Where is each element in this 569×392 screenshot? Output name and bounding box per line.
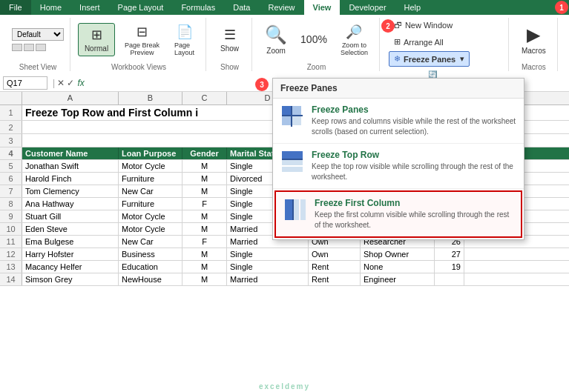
new-window-button[interactable]: 🗗 New Window xyxy=(389,18,458,33)
cell-14-g[interactable] xyxy=(435,273,464,285)
svg-rect-8 xyxy=(282,167,303,172)
freeze-panes-option[interactable]: Freeze Panes Keep rows and columns visib… xyxy=(273,99,524,144)
workbook-views-label: Workbook Views xyxy=(111,63,166,71)
cell-6-b[interactable]: Furniture xyxy=(119,173,182,185)
cell-5-c[interactable]: M xyxy=(182,160,227,172)
arrange-all-button[interactable]: ⊞ Arrange All xyxy=(389,34,449,50)
row-num-3: 3 xyxy=(0,134,22,147)
page-break-icon: ⊟ xyxy=(137,24,148,40)
cell-13-d[interactable]: Single xyxy=(227,261,309,273)
freeze-top-row-option[interactable]: Freeze Top Row Keep the top row visible … xyxy=(273,144,524,189)
macros-button[interactable]: ▶ Macros xyxy=(516,21,551,59)
cell-14-a[interactable]: Simson Grey xyxy=(22,273,119,285)
ribbon-group-show: ☰ Show Show xyxy=(208,18,252,71)
freeze-first-column-option-icon xyxy=(283,198,307,222)
cell-13-a[interactable]: Macancy Helfer xyxy=(22,261,119,273)
table-row: 13 Macancy Helfer Education M Single Ren… xyxy=(0,261,569,273)
cell-13-b[interactable]: Education xyxy=(119,261,182,273)
tab-file[interactable]: File xyxy=(0,0,31,15)
cell-12-a[interactable]: Harry Hofster xyxy=(22,248,119,260)
svg-rect-6 xyxy=(282,151,303,159)
cell-11-c[interactable]: F xyxy=(182,236,227,248)
normal-view-button[interactable]: ⊞ Normal xyxy=(78,23,115,56)
cell-11-b[interactable]: New Car xyxy=(119,236,182,248)
cell-9-b[interactable]: Motor Cycle xyxy=(119,210,182,222)
tab-view[interactable]: View xyxy=(304,0,341,15)
cell-14-f[interactable]: Engineer xyxy=(361,273,435,285)
zoom-label: Zoom xyxy=(307,63,326,71)
zoom-100-button[interactable]: 100% xyxy=(295,30,332,50)
cell-9-c[interactable]: M xyxy=(182,210,227,222)
col-C[interactable]: C xyxy=(182,92,227,104)
table-row: 14 Simson Grey NewHouse M Married Rent E… xyxy=(0,273,569,286)
cell-13-e[interactable]: Rent xyxy=(309,261,361,273)
cell-10-c[interactable]: M xyxy=(182,223,227,235)
cell-12-b[interactable]: Business xyxy=(119,248,182,260)
cell-14-c[interactable]: M xyxy=(182,273,227,285)
cell-12-e[interactable]: Own xyxy=(309,248,361,260)
cell-6-c[interactable]: M xyxy=(182,173,227,185)
ribbon-group-zoom: 🔍 Zoom 100% 🔎 Zoom toSelection Zoom xyxy=(254,18,380,71)
cell-12-f[interactable]: Shop Owner xyxy=(361,248,435,260)
view-icon2 xyxy=(24,44,34,51)
cell-13-c[interactable]: M xyxy=(182,261,227,273)
cell-14-e[interactable]: Rent xyxy=(309,273,361,285)
row-num-8: 8 xyxy=(0,198,22,210)
cell-6-a[interactable]: Harold Finch xyxy=(22,173,119,185)
freeze-panes-button[interactable]: ❄ Freeze Panes ▾ xyxy=(389,51,470,67)
freeze-dropdown-arrow: ▾ xyxy=(460,54,464,64)
tab-data[interactable]: Data xyxy=(224,0,259,15)
freeze-first-column-option[interactable]: Freeze First Column Keep the first colum… xyxy=(274,190,522,238)
arrange-icon: ⊞ xyxy=(394,37,401,47)
cell-5-b[interactable]: Motor Cycle xyxy=(119,160,182,172)
tab-insert[interactable]: Insert xyxy=(70,0,109,15)
cell-8-a[interactable]: Ana Hathway xyxy=(22,198,119,210)
cell-13-g[interactable]: 19 xyxy=(435,261,464,273)
table-row: 12 Harry Hofster Business M Single Own S… xyxy=(0,248,569,261)
page-layout-button[interactable]: 📄 PageLayout xyxy=(169,20,200,60)
cell-12-c[interactable]: M xyxy=(182,248,227,260)
formula-bar-separator: | xyxy=(53,78,55,88)
sheet-view-dropdown[interactable]: Default xyxy=(12,28,64,41)
cell-12-g[interactable]: 27 xyxy=(435,248,464,260)
freeze-top-row-option-title: Freeze Top Row xyxy=(312,150,516,160)
page-break-button[interactable]: ⊟ Page BreakPreview xyxy=(119,20,165,60)
tab-developer[interactable]: Developer xyxy=(340,0,395,15)
tab-review[interactable]: Review xyxy=(259,0,303,15)
zoom-100-icon: 100% xyxy=(300,33,327,45)
cell-8-c[interactable]: F xyxy=(182,198,227,210)
svg-rect-1 xyxy=(292,106,301,115)
row-num-4: 4 xyxy=(0,147,22,159)
cell-10-b[interactable]: Motor Cycle xyxy=(119,223,182,235)
cell-12-d[interactable]: Single xyxy=(227,248,309,260)
svg-rect-11 xyxy=(294,199,299,220)
cell-9-a[interactable]: Stuart Gill xyxy=(22,210,119,222)
row-num-5: 5 xyxy=(0,160,22,172)
cell-14-b[interactable]: NewHouse xyxy=(119,273,182,285)
tab-page-layout[interactable]: Page Layout xyxy=(109,0,173,15)
tab-home[interactable]: Home xyxy=(31,0,70,15)
cell-13-f[interactable]: None xyxy=(361,261,435,273)
cell-8-b[interactable]: Furniture xyxy=(119,198,182,210)
cell-7-b[interactable]: New Car xyxy=(119,185,182,197)
step2-badge: 2 xyxy=(381,19,395,33)
zoom-button[interactable]: 🔍 Zoom xyxy=(260,21,292,59)
cell-7-c[interactable]: M xyxy=(182,185,227,197)
name-box[interactable] xyxy=(3,76,47,90)
row-num-13: 13 xyxy=(0,261,22,273)
col-B[interactable]: B xyxy=(119,92,182,104)
cell-10-a[interactable]: Eden Steve xyxy=(22,223,119,235)
show-button[interactable]: ☰ Show xyxy=(215,23,245,56)
cell-5-a[interactable]: Jonathan Swift xyxy=(22,160,119,172)
freeze-panes-dropdown[interactable]: Freeze Panes Freeze Panes Keep rows an xyxy=(272,78,524,240)
cell-11-a[interactable]: Ema Bulgese xyxy=(22,236,119,248)
zoom-to-selection-button[interactable]: 🔎 Zoom toSelection xyxy=(335,20,373,60)
dropdown-header: Freeze Panes xyxy=(273,79,524,99)
sheet-view-label: Sheet View xyxy=(19,63,56,71)
cell-7-a[interactable]: Tom Clemency xyxy=(22,185,119,197)
col-A[interactable]: A xyxy=(22,92,119,104)
show-icon: ☰ xyxy=(224,27,236,43)
tab-formulas[interactable]: Formulas xyxy=(172,0,224,15)
cell-14-d[interactable]: Married xyxy=(227,273,309,285)
tab-help[interactable]: Help xyxy=(395,0,430,15)
